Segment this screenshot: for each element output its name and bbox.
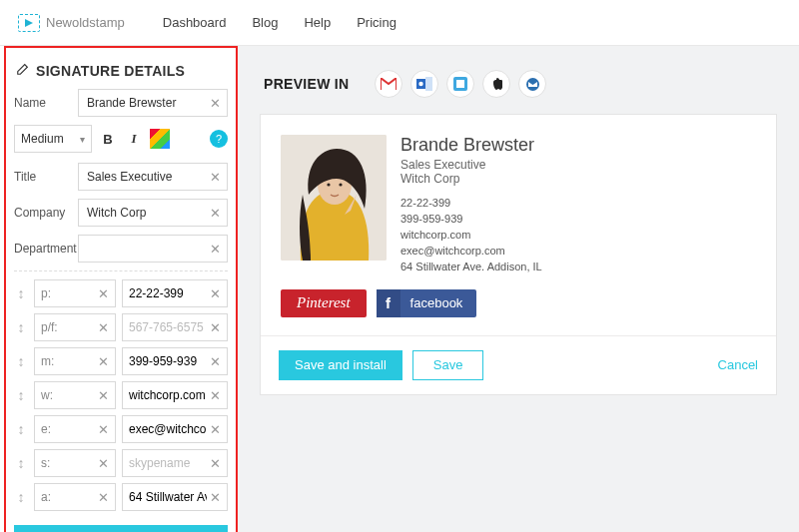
italic-button[interactable]: I (124, 129, 144, 149)
nav-blog[interactable]: Blog (252, 15, 278, 30)
top-nav: Newoldstamp Dashboard Blog Help Pricing (0, 0, 799, 46)
signature-phone: 22-22-399 (400, 196, 542, 212)
details-highlight-box: SIGNATURE DETAILS Name ✕ Medium ▾ B I ? (4, 46, 238, 532)
svg-rect-1 (425, 77, 432, 91)
contact-row: ↕✕✕ (14, 279, 228, 307)
contact-row: ↕✕✕ (14, 347, 228, 375)
signature-text: Brande Brewster Sales Executive Witch Co… (400, 135, 542, 275)
clear-icon[interactable]: ✕ (94, 415, 112, 443)
drag-handle-icon[interactable]: ↕ (14, 387, 28, 403)
signature-mobile: 399-959-939 (400, 212, 542, 228)
signature-preview-card: Brande Brewster Sales Executive Witch Co… (260, 114, 777, 395)
contact-row: ↕✕✕ (14, 313, 228, 341)
clear-icon[interactable]: ✕ (206, 483, 224, 511)
clear-icon[interactable]: ✕ (94, 483, 112, 511)
drag-handle-icon[interactable]: ↕ (14, 455, 28, 471)
bold-button[interactable]: B (98, 129, 118, 149)
title-label: Title (14, 170, 72, 184)
contact-row: ↕✕✕ (14, 483, 228, 511)
avatar (281, 135, 387, 261)
company-label: Company (14, 206, 72, 220)
nav-links: Dashboard Blog Help Pricing (163, 15, 397, 30)
svg-point-8 (327, 183, 330, 186)
clear-icon[interactable]: ✕ (206, 415, 224, 443)
thunderbird-icon[interactable] (518, 70, 546, 98)
save-button[interactable]: Save (412, 350, 484, 380)
divider (14, 270, 228, 271)
color-picker-button[interactable] (150, 129, 170, 149)
svg-point-2 (419, 82, 423, 86)
preview-panel: PREVIEW IN (238, 46, 799, 532)
nav-dashboard[interactable]: Dashboard (163, 15, 227, 30)
drag-handle-icon[interactable]: ↕ (14, 285, 28, 301)
clear-icon[interactable]: ✕ (206, 347, 224, 375)
contact-row: ↕✕✕ (14, 449, 228, 477)
facebook-button[interactable]: ffacebook (377, 289, 477, 317)
clear-icon[interactable]: ✕ (206, 235, 224, 263)
edit-icon (16, 62, 30, 79)
clear-icon[interactable]: ✕ (94, 449, 112, 477)
signature-company: Witch Corp (400, 172, 542, 186)
pinterest-button[interactable]: Pinterest (281, 289, 367, 317)
action-bar: Save and install Save Cancel (261, 335, 776, 394)
signature-email: exec@witchcorp.com (400, 244, 542, 260)
clear-icon[interactable]: ✕ (206, 199, 224, 227)
signature-name: Brande Brewster (400, 135, 542, 156)
drag-handle-icon[interactable]: ↕ (14, 319, 28, 335)
clear-icon[interactable]: ✕ (94, 279, 112, 307)
clear-icon[interactable]: ✕ (94, 381, 112, 409)
name-label: Name (14, 96, 72, 110)
facebook-f-icon: f (377, 289, 400, 317)
department-label: Department (14, 242, 72, 256)
signature-website: witchcorp.com (400, 228, 542, 244)
nav-pricing[interactable]: Pricing (357, 15, 397, 30)
signature-role: Sales Executive (400, 158, 542, 172)
clear-icon[interactable]: ✕ (206, 163, 224, 191)
details-panel: SIGNATURE DETAILS Name ✕ Medium ▾ B I ? (0, 46, 238, 532)
signature-address: 64 Stillwater Ave. Addison, IL (400, 260, 542, 275)
clear-icon[interactable]: ✕ (206, 279, 224, 307)
gmail-icon[interactable] (375, 70, 402, 98)
apple-icon[interactable] (482, 70, 510, 98)
svg-point-5 (526, 78, 539, 91)
section-title: SIGNATURE DETAILS (36, 63, 185, 79)
contact-row: ↕✕✕ (14, 415, 228, 443)
nav-help[interactable]: Help (304, 15, 331, 30)
add-custom-field-button[interactable]: Add custom field (14, 525, 228, 532)
save-install-button[interactable]: Save and install (279, 350, 402, 380)
clear-icon[interactable]: ✕ (206, 313, 224, 341)
preview-label: PREVIEW IN (264, 76, 349, 92)
logo-icon (18, 14, 40, 32)
cancel-link[interactable]: Cancel (718, 357, 758, 372)
chevron-down-icon: ▾ (80, 134, 85, 145)
clear-icon[interactable]: ✕ (94, 347, 112, 375)
outlook-icon[interactable] (410, 70, 438, 98)
clear-icon[interactable]: ✕ (206, 449, 224, 477)
svg-rect-4 (456, 80, 464, 88)
clear-icon[interactable]: ✕ (206, 89, 224, 117)
logo[interactable]: Newoldstamp (18, 14, 125, 32)
contact-row: ↕✕✕ (14, 381, 228, 409)
mail-client-icons (375, 70, 546, 98)
yahoo-icon[interactable] (446, 70, 474, 98)
clear-icon[interactable]: ✕ (94, 313, 112, 341)
contact-rows: ↕✕✕↕✕✕↕✕✕↕✕✕↕✕✕↕✕✕↕✕✕ (14, 279, 228, 511)
help-icon[interactable]: ? (210, 130, 228, 148)
svg-point-9 (339, 183, 342, 186)
drag-handle-icon[interactable]: ↕ (14, 421, 28, 437)
drag-handle-icon[interactable]: ↕ (14, 353, 28, 369)
drag-handle-icon[interactable]: ↕ (14, 489, 28, 505)
font-size-value: Medium (21, 132, 64, 146)
clear-icon[interactable]: ✕ (206, 381, 224, 409)
font-size-select[interactable]: Medium ▾ (14, 125, 92, 153)
logo-text: Newoldstamp (46, 15, 125, 30)
